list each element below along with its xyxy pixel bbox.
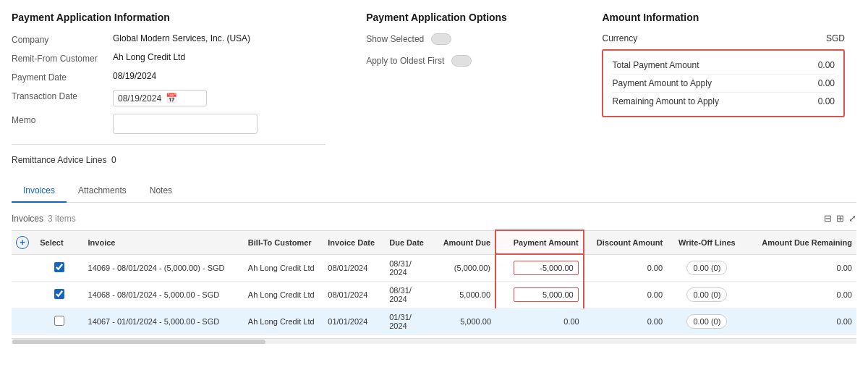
row1-checkbox[interactable] bbox=[54, 262, 64, 272]
table-row: 14068 - 08/01/2024 - 5,000.00 - SGD Ah L… bbox=[12, 281, 856, 308]
show-selected-label: Show Selected bbox=[366, 34, 424, 44]
row3-writeoff-button[interactable]: 0.00 (0) bbox=[686, 314, 727, 329]
row1-add-cell bbox=[12, 254, 35, 281]
table-row: 14067 - 01/01/2024 - 5,000.00 - SGD Ah L… bbox=[12, 308, 856, 335]
row1-payamt-cell bbox=[495, 254, 584, 281]
row3-invdate: 01/01/2024 bbox=[323, 308, 385, 335]
col-invoice-header: Invoice bbox=[84, 230, 244, 254]
row1-billto: Ah Long Credit Ltd bbox=[244, 254, 323, 281]
currency-label: Currency bbox=[602, 33, 637, 43]
company-label: Company bbox=[12, 33, 113, 45]
row1-invdate: 08/01/2024 bbox=[323, 254, 385, 281]
apply-oldest-label: Apply to Oldest First bbox=[366, 56, 444, 66]
col-writeoff-header: Write-Off Lines bbox=[667, 230, 747, 254]
amount-box: Total Payment Amount 0.00 Payment Amount… bbox=[602, 49, 845, 117]
row1-discount: 0.00 bbox=[584, 254, 667, 281]
calendar-icon[interactable]: 📅 bbox=[166, 93, 177, 104]
row1-writeoff-cell: 0.00 (0) bbox=[667, 254, 747, 281]
col-payamt-header: Payment Amount bbox=[495, 230, 584, 254]
table-count: 3 items bbox=[48, 214, 76, 224]
col-invdate-header: Invoice Date bbox=[323, 230, 385, 254]
expand-icon[interactable]: ⤢ bbox=[848, 213, 856, 224]
filter-icon[interactable]: ⊟ bbox=[824, 213, 832, 224]
remit-from-label: Remit-From Customer bbox=[12, 52, 113, 64]
payment-date-label: Payment Date bbox=[12, 71, 113, 83]
remaining-value: 0.00 bbox=[799, 96, 835, 106]
row3-discount: 0.00 bbox=[584, 308, 667, 335]
row2-amtrem: 0.00 bbox=[747, 281, 856, 308]
col-discount-header: Discount Amount bbox=[584, 230, 667, 254]
row2-discount: 0.00 bbox=[584, 281, 667, 308]
row1-invoice: 14069 - 08/01/2024 - (5,000.00) - SGD bbox=[84, 254, 244, 281]
table-row: 14069 - 08/01/2024 - (5,000.00) - SGD Ah… bbox=[12, 254, 856, 281]
table-section-label: Invoices bbox=[12, 214, 43, 224]
add-row-button[interactable]: + bbox=[16, 236, 29, 249]
row3-select-cell[interactable] bbox=[35, 308, 83, 335]
memo-input[interactable] bbox=[113, 114, 258, 134]
scrollbar[interactable] bbox=[12, 338, 856, 344]
row2-writeoff-cell: 0.00 (0) bbox=[667, 281, 747, 308]
row2-duedate: 08/31/2024 bbox=[385, 281, 433, 308]
tab-invoices[interactable]: Invoices bbox=[12, 180, 67, 203]
row2-invoice: 14068 - 08/01/2024 - 5,000.00 - SGD bbox=[84, 281, 244, 308]
tab-notes[interactable]: Notes bbox=[138, 180, 184, 203]
row1-select-cell[interactable] bbox=[35, 254, 83, 281]
row2-invdate: 08/01/2024 bbox=[323, 281, 385, 308]
company-value: Global Modern Services, Inc. (USA) bbox=[113, 33, 250, 43]
row3-billto: Ah Long Credit Ltd bbox=[244, 308, 323, 335]
transaction-date-display: 08/19/2024 bbox=[118, 93, 161, 104]
row2-add-cell bbox=[12, 281, 35, 308]
row1-amtrem: 0.00 bbox=[747, 254, 856, 281]
total-payment-value: 0.00 bbox=[799, 60, 835, 70]
remittance-label: Remittance Advice Lines bbox=[12, 155, 106, 165]
row2-select-cell[interactable] bbox=[35, 281, 83, 308]
row3-duedate: 01/31/2024 bbox=[385, 308, 433, 335]
row1-writeoff-button[interactable]: 0.00 (0) bbox=[686, 261, 727, 275]
col-billto-header: Bill-To Customer bbox=[244, 230, 323, 254]
col-amtrem-header: Amount Due Remaining bbox=[747, 230, 856, 254]
amount-info-title: Amount Information bbox=[602, 12, 845, 23]
row3-amtrem: 0.00 bbox=[747, 308, 856, 335]
col-duedate-header: Due Date bbox=[385, 230, 433, 254]
scrollbar-thumb[interactable] bbox=[12, 340, 265, 344]
row3-writeoff-cell: 0.00 (0) bbox=[667, 308, 747, 335]
col-amtdue-header: Amount Due bbox=[433, 230, 495, 254]
invoices-table: + Select Invoice Bill-To Customer Invoic… bbox=[12, 230, 856, 335]
row2-amtdue: 5,000.00 bbox=[433, 281, 495, 308]
row1-duedate: 08/31/2024 bbox=[385, 254, 433, 281]
row2-checkbox[interactable] bbox=[54, 289, 64, 299]
row1-payment-input[interactable] bbox=[514, 261, 579, 275]
row2-payamt-cell bbox=[495, 281, 584, 308]
row2-billto: Ah Long Credit Ltd bbox=[244, 281, 323, 308]
remaining-label: Remaining Amount to Apply bbox=[612, 96, 718, 106]
tab-attachments[interactable]: Attachments bbox=[67, 180, 138, 203]
remittance-value: 0 bbox=[111, 155, 116, 165]
payment-application-title: Payment Application Information bbox=[12, 12, 326, 23]
memo-label: Memo bbox=[12, 114, 113, 125]
row3-invoice: 14067 - 01/01/2024 - 5,000.00 - SGD bbox=[84, 308, 244, 335]
currency-value: SGD bbox=[826, 33, 845, 43]
remit-from-value: Ah Long Credit Ltd bbox=[113, 52, 185, 62]
row1-amtdue: (5,000.00) bbox=[433, 254, 495, 281]
payment-apply-label: Payment Amount to Apply bbox=[612, 78, 711, 88]
payment-options-title: Payment Application Options bbox=[366, 12, 566, 23]
show-selected-toggle[interactable] bbox=[431, 33, 451, 45]
col-select-header: Select bbox=[35, 230, 83, 254]
apply-oldest-toggle[interactable] bbox=[451, 55, 472, 67]
payment-date-value: 08/19/2024 bbox=[113, 71, 156, 81]
row3-checkbox[interactable] bbox=[54, 316, 64, 326]
transaction-date-label: Transaction Date bbox=[12, 90, 113, 101]
grid-icon[interactable]: ⊞ bbox=[836, 213, 844, 224]
payment-apply-value: 0.00 bbox=[799, 78, 835, 88]
col-add: + bbox=[12, 230, 35, 254]
row3-payamt: 0.00 bbox=[495, 308, 584, 335]
total-payment-label: Total Payment Amount bbox=[612, 60, 699, 70]
row3-add-cell bbox=[12, 308, 35, 335]
tabs-container: Invoices Attachments Notes bbox=[12, 180, 856, 203]
row3-amtdue: 5,000.00 bbox=[433, 308, 495, 335]
row2-payment-input[interactable] bbox=[514, 287, 579, 302]
row2-writeoff-button[interactable]: 0.00 (0) bbox=[686, 287, 727, 302]
transaction-date-input[interactable]: 08/19/2024 📅 bbox=[113, 90, 207, 106]
